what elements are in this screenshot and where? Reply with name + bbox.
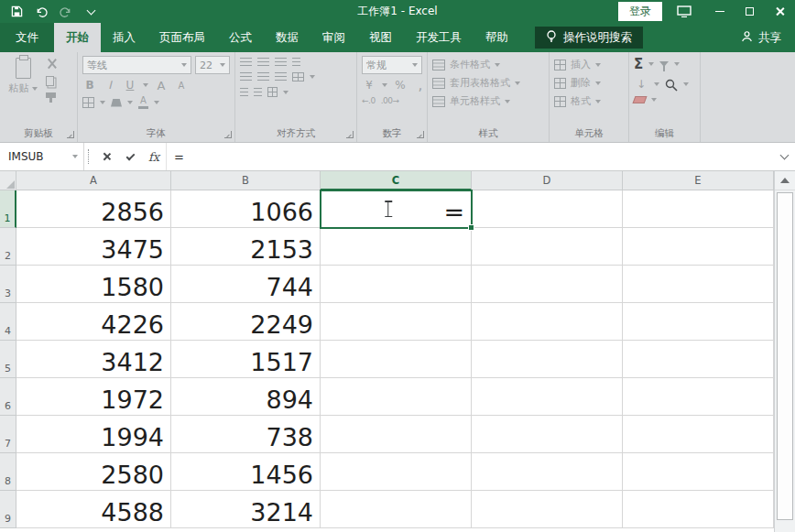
top-align-icon[interactable] <box>240 58 252 67</box>
autosum-dropdown-icon[interactable] <box>648 62 654 66</box>
cancel-entry-button[interactable] <box>94 143 118 170</box>
column-header-B[interactable]: B <box>171 171 321 190</box>
cell-D8[interactable] <box>472 453 623 491</box>
font-size-combo[interactable]: 22 <box>195 56 230 74</box>
cut-icon[interactable] <box>46 58 58 70</box>
cell-E2[interactable] <box>623 228 774 266</box>
underline-dropdown-icon[interactable] <box>143 83 148 87</box>
italic-icon[interactable]: I <box>103 78 117 92</box>
align-center-icon[interactable] <box>257 72 269 81</box>
column-header-C[interactable]: C <box>321 171 472 190</box>
cells-button-1[interactable]: 删除 <box>554 74 624 92</box>
cell-A6[interactable]: 1972 <box>16 378 171 416</box>
row-header-6[interactable]: 6 <box>0 378 16 416</box>
font-name-combo[interactable]: 等线 <box>82 56 191 74</box>
tab-开发工具[interactable]: 开发工具 <box>404 23 474 52</box>
vertical-scrollbar-thumb[interactable] <box>777 192 793 520</box>
sort-filter-icon[interactable] <box>659 61 669 67</box>
cell-E7[interactable] <box>623 416 774 453</box>
cell-A5[interactable]: 3412 <box>16 341 171 378</box>
tab-帮助[interactable]: 帮助 <box>474 23 520 52</box>
style-button-0[interactable]: 条件格式 <box>432 56 544 73</box>
formula-bar-grip[interactable] <box>88 149 89 164</box>
clipboard-dialog-launcher-icon[interactable] <box>67 131 74 138</box>
expand-formula-bar-icon[interactable] <box>773 143 795 170</box>
font-dialog-launcher-icon[interactable] <box>224 131 232 138</box>
cell-C7[interactable] <box>321 416 472 453</box>
cell-E4[interactable] <box>623 303 774 341</box>
fill-color-dropdown-icon[interactable] <box>127 101 133 104</box>
cell-A1[interactable]: 2856 <box>16 190 171 228</box>
cell-D1[interactable] <box>472 190 623 228</box>
row-header-4[interactable]: 4 <box>0 303 16 341</box>
tab-file[interactable]: 文件 <box>0 23 54 52</box>
cell-C8[interactable] <box>321 453 472 491</box>
column-header-D[interactable]: D <box>472 171 623 190</box>
insert-function-button[interactable]: fx <box>142 143 166 170</box>
minimize-button[interactable] <box>704 0 735 23</box>
cell-A3[interactable]: 1580 <box>16 266 171 303</box>
share-button[interactable]: 共享 <box>727 23 795 52</box>
tab-数据[interactable]: 数据 <box>264 23 310 52</box>
cells-button-2[interactable]: 格式 <box>554 92 624 110</box>
merge-center-dropdown-icon[interactable] <box>310 75 315 79</box>
comma-style-icon[interactable]: , <box>413 78 427 92</box>
middle-align-icon[interactable] <box>257 58 269 67</box>
wrap-text-icon[interactable] <box>292 58 300 67</box>
decrease-decimal-icon[interactable]: .00→ <box>381 96 399 105</box>
tell-me-search[interactable]: 操作说明搜索 <box>535 27 643 49</box>
cell-D2[interactable] <box>472 228 623 266</box>
clear-dropdown-icon[interactable] <box>651 98 657 102</box>
increase-indent-icon[interactable] <box>254 88 262 97</box>
row-header-8[interactable]: 8 <box>0 453 16 491</box>
redo-icon[interactable] <box>59 5 73 19</box>
tab-插入[interactable]: 插入 <box>101 23 147 52</box>
sort-filter-dropdown-icon[interactable] <box>674 62 680 66</box>
orientation-icon[interactable] <box>267 87 278 97</box>
scroll-up-button[interactable] <box>775 171 795 190</box>
merge-center-icon[interactable] <box>292 72 304 81</box>
fill-color-icon[interactable] <box>111 99 122 107</box>
close-button[interactable] <box>765 0 795 23</box>
enter-entry-button[interactable] <box>118 143 142 170</box>
tab-页面布局[interactable]: 页面布局 <box>147 23 217 52</box>
fill-handle[interactable] <box>468 224 474 231</box>
tab-开始[interactable]: 开始 <box>54 23 101 52</box>
align-right-icon[interactable] <box>275 72 287 81</box>
fill-dropdown-icon[interactable] <box>654 82 659 86</box>
fill-down-icon[interactable]: ↓ <box>634 77 648 92</box>
increase-decimal-icon[interactable]: ←.0 <box>362 96 376 105</box>
cell-B8[interactable]: 1456 <box>171 453 321 491</box>
orientation-dropdown-icon[interactable] <box>283 91 289 94</box>
row-header-9[interactable]: 9 <box>0 491 16 528</box>
cell-C9[interactable] <box>321 491 472 528</box>
bold-icon[interactable]: B <box>82 78 97 92</box>
format-painter-icon[interactable] <box>46 92 56 98</box>
find-select-dropdown-icon[interactable] <box>683 82 689 86</box>
align-left-icon[interactable] <box>240 72 252 81</box>
borders-dropdown-icon[interactable] <box>100 101 105 104</box>
cell-D6[interactable] <box>472 378 623 416</box>
cell-D7[interactable] <box>472 416 623 453</box>
number-dialog-launcher-icon[interactable] <box>417 131 424 138</box>
cell-B6[interactable]: 894 <box>171 378 321 416</box>
row-header-7[interactable]: 7 <box>0 416 16 453</box>
number-format-combo[interactable]: 常规 <box>362 56 422 74</box>
cell-E3[interactable] <box>623 266 774 303</box>
accounting-format-icon[interactable]: ¥ <box>362 78 376 92</box>
borders-icon[interactable] <box>82 97 94 108</box>
clear-icon[interactable] <box>633 96 648 103</box>
cell-B3[interactable]: 744 <box>171 266 321 303</box>
display-settings-icon[interactable] <box>677 5 692 19</box>
vertical-scrollbar[interactable] <box>774 171 795 532</box>
name-box[interactable]: IMSUB <box>0 143 66 170</box>
tab-审阅[interactable]: 审阅 <box>310 23 357 52</box>
cell-B9[interactable]: 3214 <box>171 491 321 528</box>
cell-C1[interactable]: = <box>321 190 472 228</box>
cell-E6[interactable] <box>623 378 774 416</box>
bottom-align-icon[interactable] <box>275 58 287 67</box>
row-header-5[interactable]: 5 <box>0 341 16 378</box>
cell-E9[interactable] <box>623 491 774 528</box>
cell-A9[interactable]: 4588 <box>16 491 171 528</box>
cell-B2[interactable]: 2153 <box>171 228 321 266</box>
